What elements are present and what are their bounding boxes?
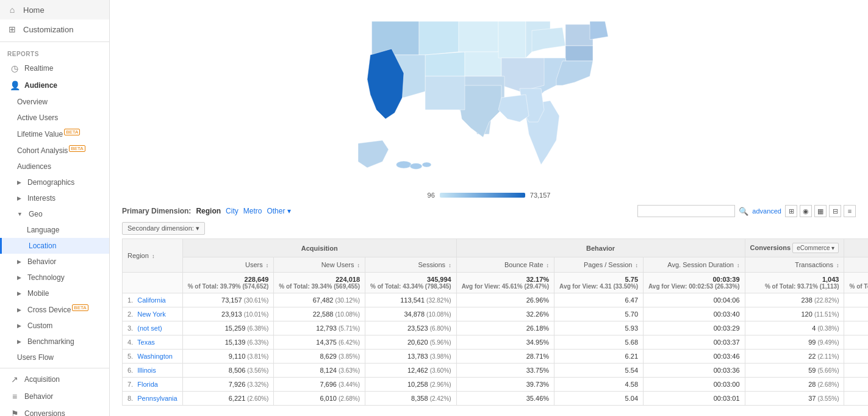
data-table: Region ↕ Acquisition Behavior Conversion…	[122, 238, 868, 406]
cell-transactions: 120 (11.51%)	[745, 307, 844, 321]
col-header-transactions[interactable]: Transactions ↕	[745, 257, 844, 273]
dim-city[interactable]: City	[226, 207, 239, 215]
secondary-dim-button[interactable]: Secondary dimension: ▾	[122, 222, 205, 235]
sidebar-item-cohort-analysis[interactable]: Cohort AnalysisBETA	[0, 142, 109, 159]
cell-revenue: $1,140.11 (2.08%)	[844, 378, 868, 392]
region-link[interactable]: New York	[137, 310, 165, 318]
cell-bounce-rate: 26.18%	[456, 321, 554, 335]
sidebar-item-language[interactable]: Language	[0, 222, 109, 238]
cell-transactions: 59 (5.66%)	[745, 364, 844, 378]
table-row: 3. (not set) 15,259 (6.38%) 12,793 (5.71…	[123, 321, 869, 335]
total-transactions: 1,043 % of Total: 93.71% (1,113)	[745, 273, 844, 293]
cell-bounce-rate: 39.73%	[456, 378, 554, 392]
demographics-arrow: ▶	[17, 179, 21, 185]
cell-region: 7. Florida	[123, 378, 183, 392]
cell-pages-per-session: 5.04	[554, 392, 644, 406]
dim-metro[interactable]: Metro	[243, 207, 262, 215]
advanced-link[interactable]: advanced	[752, 207, 781, 215]
dim-other[interactable]: Other ▾	[267, 207, 290, 215]
sidebar-item-mobile[interactable]: ▶ Mobile	[0, 285, 109, 301]
cell-users: 9,110 (3.81%)	[182, 350, 274, 364]
sidebar-item-behavior[interactable]: ≡ Behavior	[0, 388, 109, 405]
search-icon: 🔍	[739, 207, 748, 216]
svg-point-1	[396, 161, 411, 168]
table-view-icons: ⊞ ◉ ▦ ⊟ ≡	[785, 205, 856, 217]
sidebar-item-technology[interactable]: ▶ Technology	[0, 270, 109, 285]
sidebar-item-customization[interactable]: ⊞ Customization	[0, 20, 109, 39]
location-label: Location	[29, 242, 56, 250]
cell-users: 8,506 (3.56%)	[182, 364, 274, 378]
cohort-analysis-label: Cohort AnalysisBETA	[17, 146, 85, 155]
view-chart-icon[interactable]: ◉	[800, 205, 812, 217]
col-header-region[interactable]: Region ↕	[123, 239, 183, 273]
sidebar-item-overview[interactable]: Overview	[0, 94, 109, 110]
sidebar-item-behavior-sub[interactable]: ▶ Behavior	[0, 254, 109, 270]
cell-bounce-rate: 32.26%	[456, 307, 554, 321]
sidebar-item-geo[interactable]: ▼ Geo	[0, 206, 109, 222]
sidebar-item-conversions[interactable]: ⚑ Conversions	[0, 405, 109, 416]
reports-section-label: REPORTS	[0, 45, 109, 60]
col-header-users[interactable]: Users ↕	[182, 257, 274, 273]
cell-transactions: 37 (3.55%)	[745, 392, 844, 406]
sidebar-item-demographics[interactable]: ▶ Demographics	[0, 174, 109, 190]
beta-badge-cohort: BETA	[69, 145, 85, 152]
beta-badge-lifetime: BETA	[64, 129, 80, 135]
audiences-label: Audiences	[17, 162, 51, 171]
cell-pages-per-session: 5.68	[554, 335, 644, 350]
region-link[interactable]: Illinois	[137, 367, 156, 374]
region-link[interactable]: California	[137, 296, 165, 304]
region-link[interactable]: Washington	[137, 353, 173, 360]
region-link[interactable]: Florida	[137, 381, 158, 388]
sidebar-item-lifetime-value[interactable]: Lifetime ValueBETA	[0, 126, 109, 142]
table-search-input[interactable]	[637, 205, 735, 217]
sidebar-item-acquisition[interactable]: ↗ Acquisition	[0, 371, 109, 388]
interests-label: Interests	[27, 194, 56, 203]
dim-region[interactable]: Region	[196, 207, 221, 215]
cell-avg-session: 00:03:00	[644, 378, 745, 392]
view-list-icon[interactable]: ≡	[844, 205, 856, 217]
language-label: Language	[27, 226, 59, 234]
view-bar-icon[interactable]: ▦	[814, 205, 827, 217]
map-scale-bar	[440, 193, 525, 198]
sidebar-item-users-flow[interactable]: Users Flow	[0, 350, 109, 365]
map-scale: 96 73,157	[428, 192, 551, 199]
cell-new-users: 67,482 (30.12%)	[274, 293, 365, 307]
sidebar-item-audiences[interactable]: Audiences	[0, 159, 109, 174]
total-bounce-rate: 32.17% Avg for View: 45.61% (29.47%)	[456, 273, 554, 293]
sidebar-item-audience[interactable]: 👤 Audience	[0, 77, 109, 94]
sidebar-item-cross-device[interactable]: ▶ Cross DeviceBETA	[0, 301, 109, 318]
sidebar-customization-label: Customization	[23, 25, 73, 34]
col-header-bounce-rate[interactable]: Bounce Rate ↕	[456, 257, 554, 273]
sidebar-item-active-users[interactable]: Active Users	[0, 110, 109, 126]
col-header-avg-session[interactable]: Avg. Session Duration ↕	[644, 257, 745, 273]
table-right-controls: 🔍 advanced ⊞ ◉ ▦ ⊟ ≡	[637, 205, 856, 217]
svg-point-2	[410, 163, 422, 170]
map-section: 96 73,157	[110, 0, 868, 205]
col-header-revenue[interactable]: Revenue ↕	[844, 257, 868, 273]
region-link[interactable]: (not set)	[137, 325, 162, 332]
view-grid-icon[interactable]: ⊞	[785, 205, 797, 217]
cell-bounce-rate: 35.46%	[456, 392, 554, 406]
cell-new-users: 8,629 (3.85%)	[274, 350, 365, 364]
col-group-acquisition: Acquisition	[182, 239, 456, 257]
region-link[interactable]: Texas	[137, 339, 155, 346]
ecommerce-button[interactable]: eCommerce ▾	[792, 243, 839, 253]
sidebar-item-home[interactable]: ⌂ Home	[0, 0, 109, 20]
mobile-arrow: ▶	[17, 290, 21, 296]
cell-users: 73,157 (30.61%)	[182, 293, 274, 307]
sidebar-item-realtime[interactable]: ◷ Realtime	[0, 60, 109, 77]
map-scale-min: 96	[428, 192, 435, 199]
view-pivot-icon[interactable]: ⊟	[829, 205, 841, 217]
cell-pages-per-session: 5.93	[554, 321, 644, 335]
region-link[interactable]: Pennsylvania	[137, 395, 177, 402]
col-header-pages-per-session[interactable]: Pages / Session ↕	[554, 257, 644, 273]
sidebar-item-benchmarking[interactable]: ▶ Benchmarking	[0, 334, 109, 350]
sidebar-item-custom[interactable]: ▶ Custom	[0, 318, 109, 334]
col-header-sessions[interactable]: Sessions ↕	[365, 257, 457, 273]
cell-sessions: 20,620 (5.96%)	[365, 335, 457, 350]
row-number: 7.	[127, 381, 133, 388]
total-users: 228,649 % of Total: 39.79% (574,652)	[182, 273, 274, 293]
col-header-new-users[interactable]: New Users ↕	[274, 257, 365, 273]
sidebar-item-location[interactable]: Location	[0, 238, 109, 254]
sidebar-item-interests[interactable]: ▶ Interests	[0, 190, 109, 206]
